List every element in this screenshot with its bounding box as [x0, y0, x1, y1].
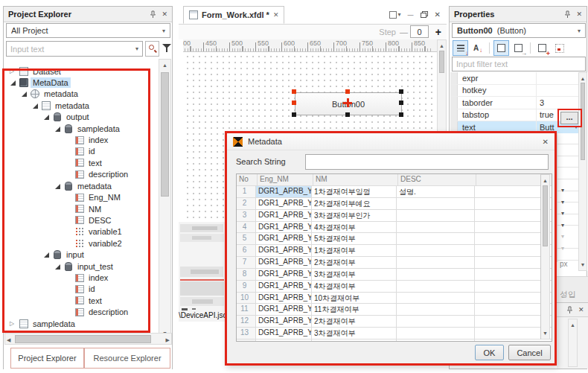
table-row[interactable]: 11DGR1_APRB_YN11차결재여부	[237, 304, 552, 316]
expanded-arrow-icon[interactable]	[54, 182, 62, 191]
tree-item-description[interactable]: description	[7, 307, 161, 318]
expanded-arrow-icon[interactable]	[43, 112, 51, 121]
tree-item-metadata[interactable]: metadata	[7, 100, 161, 111]
tree-item-index[interactable]: index	[7, 135, 161, 146]
tree-item-metadata[interactable]: metadata	[7, 89, 161, 100]
selection-handle[interactable]	[292, 89, 296, 94]
expanded-arrow-icon[interactable]	[10, 78, 17, 87]
tree-item-sampledata[interactable]: ▷sampledata	[7, 318, 161, 329]
selection-handle[interactable]	[292, 101, 296, 105]
scroll-down-icon[interactable]: ▼	[579, 260, 587, 270]
expanded-arrow-icon[interactable]	[32, 101, 39, 110]
selection-handle[interactable]	[345, 89, 350, 94]
tree-item-input[interactable]: input	[7, 249, 161, 261]
expanded-arrow-icon[interactable]	[54, 262, 62, 271]
collapsed-arrow-icon[interactable]: ▷	[10, 319, 17, 328]
table-scrollbar[interactable]: ▲ ▼	[540, 174, 550, 339]
tab-resource-explorer[interactable]: Resource Explorer	[84, 348, 170, 369]
property-row-expr[interactable]: expr	[450, 72, 579, 85]
chevron-down-icon[interactable]: ▾	[561, 210, 564, 217]
categorized-view-button[interactable]	[453, 40, 468, 56]
chevron-down-icon[interactable]: ▾	[561, 199, 564, 205]
search-string-box[interactable]	[305, 154, 549, 170]
scrollbar-thumb[interactable]	[581, 83, 585, 160]
window-menu-icon[interactable]: ▾	[389, 11, 401, 19]
ok-button[interactable]: OK	[475, 345, 504, 360]
properties-scrollbar[interactable]: ▲ ▼	[578, 72, 587, 271]
table-row[interactable]: 1DGR1_APRB_YN1차결재여부일껄설명.	[237, 186, 552, 198]
close-icon[interactable]: ✕	[435, 10, 441, 19]
tree-item-input_test[interactable]: input_test	[7, 261, 161, 272]
table-row[interactable]: 4DGR1_APRB_YN4차결재여부	[237, 222, 552, 234]
pin-icon[interactable]	[566, 306, 574, 314]
scroll-up-icon[interactable]: ▲	[438, 41, 446, 51]
restore-icon[interactable]	[421, 11, 428, 18]
tree-item-desc[interactable]: DESC	[7, 214, 161, 226]
table-row[interactable]: 2DGR1_APRB_YN2차결재여부예요	[237, 198, 552, 210]
tree-item-sampledata[interactable]: sampledata	[7, 123, 161, 134]
scrollbar-thumb[interactable]	[439, 51, 444, 73]
tree-item-output[interactable]: output	[7, 112, 161, 123]
cancel-button[interactable]: Cancel	[508, 345, 551, 360]
add-property-button[interactable]	[534, 40, 550, 56]
scroll-down-icon[interactable]: ▼	[541, 328, 549, 338]
tree-item-id[interactable]: id	[7, 146, 161, 157]
tree-item-text[interactable]: text	[7, 295, 161, 306]
table-row[interactable]: 7DGR1_APRB_YN2차결재여부	[237, 257, 552, 269]
tree-item-eng_nm[interactable]: Eng_NM	[7, 192, 161, 203]
show-events-button[interactable]	[511, 40, 526, 56]
tree-item-variable1[interactable]: variable1	[7, 226, 161, 237]
scrollbar-thumb[interactable]	[15, 335, 151, 343]
table-row[interactable]: 13DGR1_APRB_YN3차결재여부	[237, 328, 552, 339]
chevron-down-icon[interactable]: ▾	[561, 245, 564, 252]
table-row[interactable]: 6DGR1_APRB_YN1차결재여부	[237, 245, 552, 257]
table-row[interactable]: 10DGR1_APRB_YN10차결재여부	[237, 293, 552, 305]
tree-search-box[interactable]: ▾	[6, 41, 143, 57]
search-string-input[interactable]	[310, 158, 544, 167]
property-value[interactable]	[537, 85, 579, 97]
selection-handle[interactable]	[345, 112, 350, 117]
tree-item-index[interactable]: index	[7, 272, 161, 284]
chevron-down-icon[interactable]: ▾	[561, 222, 564, 229]
alphabetic-sort-button[interactable]: A	[470, 40, 485, 56]
table-row[interactable]: 14DGR1_APRB_YN4차결재여부	[237, 339, 552, 342]
property-filter-input[interactable]	[456, 60, 581, 68]
collapsed-arrow-icon[interactable]: ▷	[10, 67, 17, 76]
scroll-right-icon[interactable]: ▶	[166, 335, 170, 345]
table-row[interactable]: 8DGR1_APRB_YN3차결재여부	[237, 269, 552, 281]
show-properties-button[interactable]	[493, 40, 509, 56]
step-minus-button[interactable]: —	[400, 28, 408, 36]
dialog-titlebar[interactable]: Metadata ✕	[227, 133, 555, 150]
scroll-up-icon[interactable]: ▲	[541, 176, 549, 185]
scrollbar-thumb[interactable]	[543, 185, 548, 246]
selection-handle[interactable]	[292, 112, 296, 117]
property-filter-box[interactable]	[452, 57, 586, 71]
step-value-field[interactable]: 0	[410, 25, 429, 38]
tree-search-input[interactable]	[10, 45, 135, 54]
tree-horizontal-scrollbar[interactable]: ◀ ▶	[4, 333, 172, 345]
filter-button[interactable]	[162, 42, 173, 54]
expanded-arrow-icon[interactable]	[54, 124, 62, 133]
property-row-hotkey[interactable]: hotkey	[450, 85, 579, 98]
step-plus-button[interactable]: +	[435, 26, 441, 38]
bind-button[interactable]	[552, 40, 567, 56]
chevron-down-icon[interactable]: ▾	[575, 124, 578, 130]
property-row-taborder[interactable]: taborder3	[450, 97, 579, 109]
tree-item-variable2[interactable]: variable2	[7, 237, 161, 249]
project-filter-select[interactable]: All Project ▾	[6, 23, 170, 38]
tree-item-description[interactable]: description	[7, 169, 161, 180]
table-row[interactable]: 9DGR1_APRB_YN4차결재여부	[237, 281, 552, 293]
tree-item-metadata[interactable]: metadata	[7, 180, 161, 191]
close-icon[interactable]: ✕	[273, 11, 279, 19]
pin-icon[interactable]	[563, 10, 572, 19]
chevron-down-icon[interactable]: ▾	[561, 187, 564, 194]
tree-item-id[interactable]: id	[7, 284, 161, 295]
table-row[interactable]: 12DGR1_APRB_YN2차결재여부	[237, 316, 552, 328]
chevron-down-icon[interactable]: ▾	[135, 45, 138, 52]
close-icon[interactable]: ✕	[543, 138, 549, 146]
tree-vertical-scrollbar[interactable]: ▲ ▼	[159, 59, 171, 339]
tree-item-metadata[interactable]: MetaData	[7, 77, 161, 88]
table-row[interactable]: 3DGR1_APRB_YN3차결재여부인가	[237, 210, 552, 222]
selection-handle[interactable]	[399, 112, 403, 117]
close-icon[interactable]: ✕	[578, 306, 584, 313]
